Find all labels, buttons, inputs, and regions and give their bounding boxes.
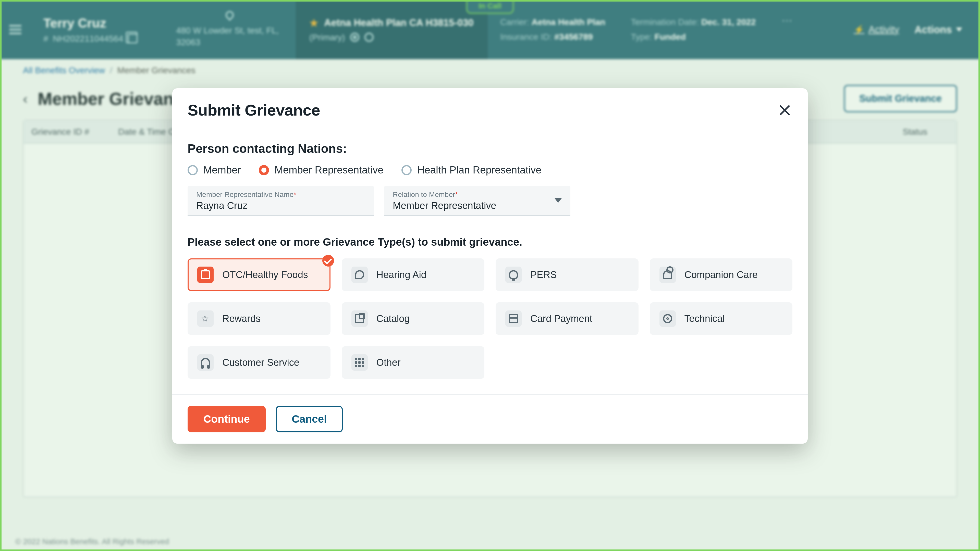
book-icon [352,310,368,327]
relation-field[interactable]: Relation to Member* Member Representativ… [384,186,570,216]
grievance-type-rewards[interactable]: ☆Rewards [188,302,331,335]
modal-title: Submit Grievance [188,101,320,119]
radio-icon [259,165,269,175]
radio-icon [401,165,412,175]
grievance-type-cs[interactable]: Customer Service [188,346,331,379]
bulb-icon [505,267,522,283]
modal-overlay: Submit Grievance Person contacting Natio… [0,0,980,551]
grievance-type-technical[interactable]: Technical [650,302,793,335]
rep-name-label: Member Representative Name* [196,191,365,199]
contact-type-radios: Member Member Representative Health Plan… [188,164,792,176]
grievance-type-instruction: Please select one or more Grievance Type… [188,236,792,248]
grievance-type-pers[interactable]: PERS [496,259,638,291]
dots-icon [352,354,368,371]
card-icon [505,310,522,327]
radio-member[interactable]: Member [188,164,241,176]
grievance-type-hearing[interactable]: Hearing Aid [342,259,485,291]
grievance-type-other[interactable]: Other [342,346,485,379]
relation-value: Member Representative [393,200,562,211]
grievance-type-label: OTC/Healthy Foods [222,269,308,280]
grievance-type-catalog[interactable]: Catalog [342,302,485,335]
continue-button[interactable]: Continue [188,406,266,432]
grievance-type-label: Card Payment [530,313,592,324]
cancel-button[interactable]: Cancel [276,406,343,432]
selected-check-icon [322,255,334,267]
grievance-type-grid: OTC/Healthy FoodsHearing AidPERSCompanio… [188,259,792,379]
ear-icon [352,267,368,283]
grievance-type-otc[interactable]: OTC/Healthy Foods [188,259,331,291]
grievance-type-label: Customer Service [222,357,299,368]
gear-icon [659,310,676,327]
grievance-type-label: Hearing Aid [376,269,426,280]
contacting-section-title: Person contacting Nations: [188,141,792,156]
grievance-type-label: Other [376,357,401,368]
relation-label: Relation to Member* [393,191,562,199]
grievance-type-label: Rewards [222,313,261,324]
radio-health-plan-representative[interactable]: Health Plan Representative [401,164,542,176]
people-icon [659,267,676,283]
jar-icon [197,267,213,283]
submit-grievance-modal: Submit Grievance Person contacting Natio… [172,88,808,444]
grievance-type-card[interactable]: Card Payment [496,302,638,335]
grievance-type-label: PERS [530,269,557,280]
grievance-type-companion[interactable]: Companion Care [650,259,793,291]
rep-name-field[interactable]: Member Representative Name* Rayna Cruz [188,186,374,216]
chevron-down-icon [555,198,562,203]
radio-icon [188,165,198,175]
grievance-type-label: Technical [684,313,725,324]
star5-icon: ☆ [197,310,213,327]
close-button[interactable] [777,103,792,118]
radio-member-representative[interactable]: Member Representative [259,164,383,176]
rep-name-value: Rayna Cruz [196,200,365,211]
headset-icon [197,354,213,371]
grievance-type-label: Catalog [376,313,410,324]
grievance-type-label: Companion Care [684,269,758,280]
